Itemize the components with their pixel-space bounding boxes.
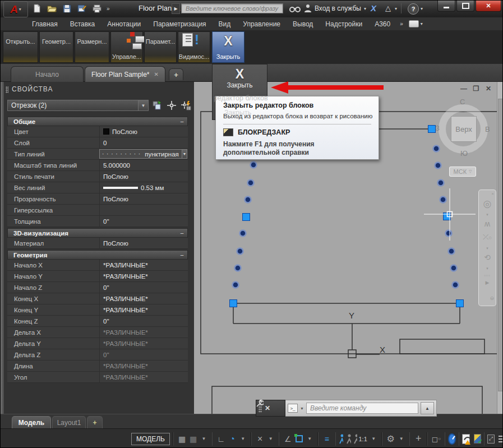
- panel-manage[interactable]: Управле...: [110, 31, 143, 63]
- object-snap-icon[interactable]: [295, 435, 303, 442]
- point-dot[interactable]: [435, 163, 441, 169]
- tab-home[interactable]: Главная: [26, 19, 64, 30]
- property-value[interactable]: [99, 205, 188, 215]
- grip-square[interactable]: [230, 300, 237, 307]
- drawing-rectangle[interactable]: [400, 339, 484, 354]
- showmotion-play-icon[interactable]: ▶: [479, 280, 496, 285]
- collapse-section-icon[interactable]: −: [180, 230, 184, 237]
- pan-icon[interactable]: ʍ: [479, 219, 496, 228]
- isodraft-dropdown-icon[interactable]: ▼: [267, 436, 275, 441]
- clean-screen-icon[interactable]: ⤢: [487, 435, 494, 444]
- wheel-dropdown-icon[interactable]: ▾: [479, 213, 496, 217]
- palette-edge[interactable]: [1, 82, 4, 414]
- point-dot[interactable]: [453, 282, 459, 288]
- polar-tracking-icon[interactable]: ◔: [228, 434, 236, 444]
- tab-addins[interactable]: Надстройки: [319, 19, 368, 30]
- wcs-button[interactable]: МСК▽: [449, 167, 476, 177]
- palette-grip-icon[interactable]: [6, 86, 8, 93]
- isolate-objects-icon[interactable]: ◻○: [432, 435, 440, 444]
- tab-insert[interactable]: Вставка: [64, 19, 101, 30]
- signin-button[interactable]: Вход в службы: [315, 4, 361, 12]
- restore-button[interactable]: [456, 1, 474, 12]
- property-value[interactable]: 0.53 мм: [99, 182, 188, 193]
- property-value[interactable]: *РАЗЛИЧНЫЕ*: [99, 293, 188, 304]
- file-tab-floor-plan[interactable]: Floor Plan Sample* ✕: [85, 66, 165, 82]
- tabs-overflow-icon[interactable]: »: [400, 21, 402, 27]
- performance-warning-icon[interactable]: [462, 434, 470, 444]
- point-dot[interactable]: [449, 248, 455, 255]
- section-header[interactable]: Общие−: [7, 117, 188, 126]
- help-dropdown-icon[interactable]: ▾: [421, 6, 423, 11]
- command-close-icon[interactable]: ✕: [265, 404, 270, 412]
- help-icon[interactable]: ?: [408, 3, 419, 15]
- collapse-section-icon[interactable]: −: [180, 118, 184, 125]
- isometric-drafting-icon[interactable]: ×: [256, 434, 264, 444]
- point-dot[interactable]: [446, 230, 452, 237]
- point-dot[interactable]: [433, 146, 440, 152]
- orbit-icon[interactable]: ⟲: [479, 253, 496, 262]
- panel-dimensional[interactable]: Размерн...: [75, 31, 109, 63]
- panel-geometric[interactable]: Геометр...: [39, 31, 73, 63]
- collapse-section-icon[interactable]: −: [180, 252, 184, 258]
- property-value[interactable]: 0": [99, 282, 188, 293]
- panel-visibility[interactable]: ! Видимос...: [178, 31, 210, 63]
- quick-select-icon[interactable]: [179, 100, 192, 111]
- plot-icon[interactable]: [91, 3, 103, 14]
- tab-a360[interactable]: A360: [368, 19, 396, 30]
- property-value[interactable]: *РАЗЛИЧНЫЕ*: [99, 271, 188, 281]
- annotation-monitor-icon[interactable]: +: [414, 433, 422, 445]
- section-header[interactable]: Геометрия−: [7, 250, 188, 260]
- zoom-dropdown-icon[interactable]: ▾: [479, 246, 496, 251]
- point-dot[interactable]: [240, 230, 246, 237]
- exchange-apps-icon[interactable]: X: [371, 3, 376, 13]
- layout1-tab[interactable]: Layout1: [52, 416, 86, 429]
- a360-icon[interactable]: △: [385, 4, 391, 12]
- ribbon-display-toggle[interactable]: ▾: [409, 20, 423, 27]
- new-file-icon[interactable]: [31, 3, 42, 14]
- annotation-scale-icon[interactable]: [353, 434, 358, 444]
- title-expand-icon[interactable]: ▶: [172, 3, 180, 14]
- customization-menu-icon[interactable]: [499, 434, 503, 444]
- property-value[interactable]: 0": [99, 316, 188, 326]
- chevron-down-icon[interactable]: ▼: [138, 100, 148, 110]
- point-dot[interactable]: [248, 180, 254, 186]
- drawing-close-button[interactable]: ✕: [484, 84, 493, 93]
- file-tab-start[interactable]: Начало: [11, 66, 84, 82]
- compass-south[interactable]: Ю: [460, 149, 468, 158]
- workspace-dropdown-icon[interactable]: ▼: [398, 436, 405, 441]
- showmotion-icon[interactable]: ▫▫▫: [479, 273, 496, 278]
- property-value[interactable]: *РАЗЛИЧНЫЕ*: [99, 304, 188, 315]
- command-dropdown-icon[interactable]: ▼: [300, 407, 304, 410]
- compass-north[interactable]: С: [460, 98, 465, 106]
- command-expand-icon[interactable]: ▲: [421, 402, 434, 414]
- plot-status-icon[interactable]: ✓: [474, 434, 481, 444]
- ortho-mode-icon[interactable]: ∟: [217, 435, 225, 444]
- point-dot[interactable]: [438, 180, 444, 186]
- point-dot[interactable]: [251, 162, 257, 168]
- selection-dropdown[interactable]: Отрезок (2) ▼: [7, 100, 149, 111]
- application-menu-button[interactable]: A ▾: [3, 1, 28, 17]
- point-dot[interactable]: [233, 282, 239, 288]
- grip-square[interactable]: [456, 300, 464, 307]
- model-space-button[interactable]: МОДЕЛЬ: [131, 433, 170, 445]
- drawing-minimize-button[interactable]: —: [459, 84, 468, 93]
- close-tab-icon[interactable]: ✕: [154, 71, 159, 77]
- graphics-performance-icon[interactable]: [448, 433, 455, 445]
- command-prompt-icon[interactable]: >_: [288, 404, 298, 413]
- property-value[interactable]: 5.000000: [99, 160, 188, 170]
- qat-more-icon[interactable]: »: [107, 6, 109, 12]
- command-input[interactable]: Введите команду: [306, 403, 418, 414]
- minimize-button[interactable]: [437, 1, 455, 12]
- tab-manage[interactable]: Управление: [237, 19, 287, 30]
- a360-dropdown-icon[interactable]: ▾: [395, 6, 397, 11]
- point-dot[interactable]: [451, 265, 457, 271]
- osnap-dropdown-icon[interactable]: ▼: [306, 436, 313, 441]
- viewcube-top-face[interactable]: Верх: [451, 116, 477, 142]
- property-value[interactable]: ПоСлою: [99, 193, 188, 204]
- scale-dropdown-icon[interactable]: ▼: [370, 436, 377, 441]
- panel-parameters[interactable]: Парамет...: [144, 31, 177, 63]
- panel-open[interactable]: Открыть...: [3, 31, 38, 63]
- grid-display-icon[interactable]: ▦: [178, 435, 186, 444]
- point-dot[interactable]: [245, 197, 251, 203]
- point-dot[interactable]: [237, 248, 243, 255]
